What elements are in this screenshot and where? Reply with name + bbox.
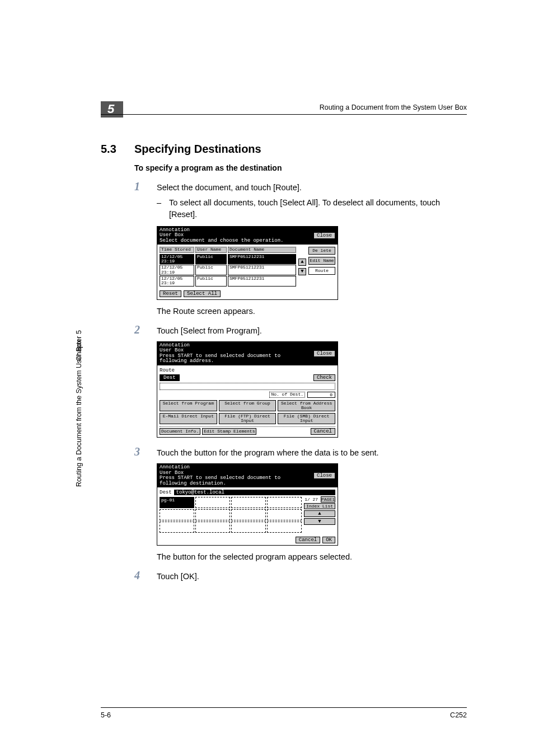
step-result: The button for the selected program appe… <box>157 552 467 561</box>
step-text: Select the document, and touch [Route]. <box>157 182 302 194</box>
close-button[interactable]: Close <box>313 350 335 357</box>
col-time[interactable]: Time Stored <box>160 247 194 252</box>
select-from-group-button[interactable]: Select from Group <box>219 400 277 411</box>
section-title: Specifying Destinations <box>134 143 261 156</box>
panel-subtitle2: following destination. <box>160 481 226 486</box>
step-number: 3 <box>134 445 157 458</box>
cancel-button[interactable]: Cancel <box>311 428 335 435</box>
page-fraction: 1/ 27 <box>305 497 318 502</box>
col-user: User Name <box>195 247 227 252</box>
table-row[interactable]: 12/12/05 23:19 Public SMFP051212231 <box>160 254 296 265</box>
close-button[interactable]: Close <box>313 472 335 479</box>
delete-button[interactable]: De lete <box>308 247 335 255</box>
route-button[interactable]: Route <box>308 267 335 275</box>
procedure-heading: To specify a program as the destination <box>134 163 467 172</box>
program-button[interactable] <box>231 522 266 533</box>
program-button[interactable] <box>231 509 266 520</box>
panel-subtitle: Select document and choose the operation… <box>160 238 283 243</box>
program-button[interactable] <box>267 509 302 520</box>
edit-name-button[interactable]: Edit Name <box>308 257 335 265</box>
program-button[interactable] <box>231 497 266 508</box>
dest-value: tokyo@test.local <box>174 490 335 495</box>
model-code: C252 <box>450 711 467 719</box>
bullet-dash: – <box>157 197 169 220</box>
panel-subtitle2: following address. <box>160 358 214 364</box>
email-direct-input-button[interactable]: E-Mail Direct Input <box>160 413 217 424</box>
screenshot-route-screen: Annotation User Box Press START to send … <box>157 341 338 438</box>
edit-stamp-button[interactable]: Edit Stamp Elements <box>202 428 256 435</box>
table-row[interactable]: 12/12/05 23:19 Public SMFP051212231 <box>160 276 296 287</box>
step-result: The Route screen appears. <box>157 307 467 316</box>
program-button[interactable] <box>195 509 230 520</box>
screenshot-document-list: Annotation User Box Select document and … <box>157 226 338 300</box>
step-number: 2 <box>134 323 157 336</box>
dest-count-value: 0 <box>307 392 335 398</box>
dest-field <box>160 383 335 390</box>
select-from-address-book-button[interactable]: Select from Address Book <box>278 400 335 411</box>
running-header: Routing a Document from the System User … <box>320 104 467 111</box>
header-rule <box>101 114 467 115</box>
side-title-label: Routing a Document from the System User … <box>75 340 83 487</box>
program-button[interactable] <box>160 522 194 533</box>
table-row[interactable]: 12/12/05 23:19 Public SMFP051212231 <box>160 265 296 275</box>
ftp-direct-input-button[interactable]: File (FTP) Direct Input <box>219 413 277 424</box>
scroll-down-icon[interactable]: ▼ <box>298 268 306 275</box>
dest-label: Dest <box>160 490 172 495</box>
cancel-button[interactable]: Cancel <box>296 537 320 543</box>
ok-button[interactable]: OK <box>322 537 335 543</box>
route-label: Route <box>160 368 335 373</box>
step-number: 1 <box>134 180 157 193</box>
close-button[interactable]: Close <box>313 232 335 239</box>
index-list-button[interactable]: Index List <box>304 503 335 509</box>
col-doc: Document Name <box>228 247 296 252</box>
page-number: 5-6 <box>101 711 111 719</box>
page-button[interactable]: PAGE1 <box>321 496 335 503</box>
step-text: Touch [OK]. <box>157 571 199 583</box>
step-sub-text: To select all documents, touch [Select A… <box>169 197 467 220</box>
dest-tab[interactable]: Dest <box>160 374 180 381</box>
select-from-program-button[interactable]: Select from Program <box>160 400 217 411</box>
program-button[interactable] <box>267 497 302 508</box>
step-text: Touch [Select from Program]. <box>157 325 262 337</box>
step-number: 4 <box>134 569 157 582</box>
program-button[interactable] <box>195 522 230 533</box>
chapter-number-tag: 5 <box>101 101 123 118</box>
section-number: 5.3 <box>101 143 134 156</box>
smb-direct-input-button[interactable]: File (SMB) Direct Input <box>278 413 335 424</box>
reset-button[interactable]: Reset <box>160 290 181 297</box>
dest-count-label: No. of Dest. <box>269 392 305 398</box>
scroll-up-icon[interactable]: ▲ <box>304 510 335 517</box>
screenshot-program-select: Annotation User Box Press START to send … <box>157 463 338 546</box>
program-button[interactable] <box>267 522 302 533</box>
scroll-down-icon[interactable]: ▼ <box>304 518 335 525</box>
document-info-button[interactable]: Document Info. <box>160 428 200 435</box>
program-button[interactable] <box>160 509 194 520</box>
scroll-up-icon[interactable]: ▲ <box>298 259 306 266</box>
program-button[interactable]: pg-01 <box>160 497 194 508</box>
check-button[interactable]: Check <box>313 374 335 381</box>
step-text: Touch the button for the program where t… <box>157 447 379 459</box>
program-button[interactable] <box>195 497 230 508</box>
select-all-button[interactable]: Select All <box>184 290 221 297</box>
